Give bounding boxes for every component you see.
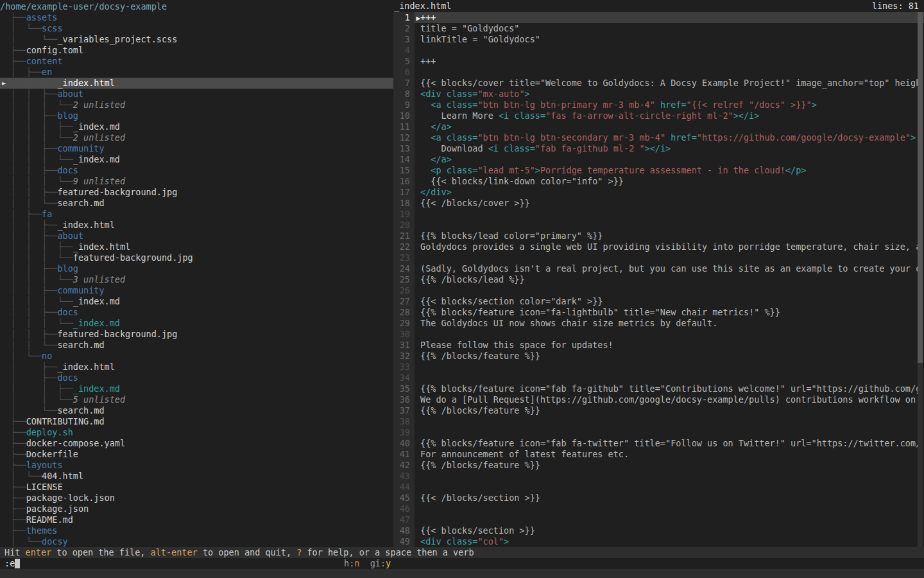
tree-row-file[interactable]: │ │ └──5 unlisted [0,394,393,405]
tree-row-directory[interactable]: │ ├──en [0,67,393,78]
code-line[interactable]: 12 <a class="btn btn-lg btn-secondary mr… [393,132,924,143]
code-line[interactable]: 35{{% blocks/feature icon="fab fa-github… [393,383,924,394]
command-input-line[interactable]: :e h:n gi:y [0,558,924,569]
tree-row-file[interactable]: │ │ │ ├──_index.html [0,241,393,252]
tree-row-file[interactable]: │ │ ├──_index.md [0,383,393,394]
code-line[interactable]: 17</div> [393,187,924,198]
tree-row-file[interactable]: │ │ └──search.md [0,198,393,209]
code-line[interactable]: 42{{% /blocks/feature %}} [393,460,924,471]
tree-row-directory[interactable]: ├──layouts [0,460,393,471]
code-line[interactable]: 5+++ [393,56,924,67]
code-line[interactable]: 21{{% blocks/lead color="primary" %}} [393,231,924,241]
tree-row-file[interactable]: │ │ │ └──2 unlisted [0,100,393,110]
tree-row-directory[interactable]: │ └──no [0,351,393,362]
code-line[interactable]: 8<div class="mx-auto"> [393,89,924,100]
code-line[interactable]: 43 [393,471,924,482]
code-line[interactable]: 28{{% blocks/feature icon="fa-lightbulb"… [393,307,924,318]
tree-row-directory[interactable]: │ │ ├──docs [0,165,393,176]
preview-scrollbar[interactable] [918,12,923,547]
tree-row-file[interactable]: ► │ │ ├──_index.html [0,78,393,89]
tree-row-directory[interactable]: │ │ ├──docs [0,307,393,318]
tree-row-directory[interactable]: │ └──scss [0,23,393,34]
command-prompt[interactable]: :e [4,558,20,569]
code-line[interactable]: 38 [393,416,924,427]
tree-row-directory[interactable]: │ │ ├──community [0,143,393,154]
tree-row-directory[interactable]: │ │ ├──about [0,89,393,100]
code-line[interactable]: 22Goldydocs provides a single web UI pro… [393,241,924,252]
code-line[interactable]: 7{{< blocks/cover title="Welcome to Gold… [393,78,924,89]
code-line[interactable]: 19 [393,209,924,220]
tree-row-file[interactable]: ├──README.md [0,514,393,525]
code-line[interactable]: 37{{% /blocks/feature %}} [393,405,924,416]
code-line[interactable]: 27{{< blocks/section color="dark" >}} [393,296,924,307]
code-line[interactable]: 26 [393,285,924,296]
code-line[interactable]: 31Please follow this space for updates! [393,340,924,351]
code-line[interactable]: 25{{% /blocks/lead %}} [393,274,924,285]
code-line[interactable]: 24(Sadly, Goldydocs isn't a real project… [393,263,924,274]
code-line[interactable]: 47 [393,514,924,525]
tree-row-directory[interactable]: │ │ ├──about [0,231,393,241]
tree-row-file[interactable]: │ │ │ └──featured-background.jpg [0,252,393,263]
code-line[interactable]: 29The Goldydocs UI now shows chair size … [393,318,924,329]
code-line[interactable]: 49<div class="col"> [393,536,924,547]
tree-row-file[interactable]: │ │ │ └──_index.md [0,296,393,307]
code-line[interactable]: 9 <a class="btn btn-lg btn-primary mr-3 … [393,100,924,110]
code-line[interactable]: 32{{% /blocks/feature %}} [393,351,924,362]
tree-row-directory[interactable]: ├──content [0,56,393,67]
tree-row-file[interactable]: ├──docker-compose.yaml [0,438,393,449]
tree-row-file[interactable]: │ │ │ └──_index.md [0,154,393,165]
code-line[interactable]: 6 [393,67,924,78]
code-line[interactable]: 2title = "Goldydocs" [393,23,924,34]
code-line[interactable]: 10 Learn More <i class="fas fa-arrow-alt… [393,110,924,121]
tree-row-directory[interactable]: │ ├──docs [0,372,393,383]
scrollbar-thumb[interactable] [918,12,923,363]
code-line[interactable]: 13 Download <i class="fab fa-github ml-2… [393,143,924,154]
code-line[interactable]: 16 {{< blocks/link-down color="info" >}} [393,176,924,187]
code-line[interactable]: 40{{% blocks/feature icon="fab fa-twitte… [393,438,924,449]
tree-row-file[interactable]: │ │ │ └──2 unlisted [0,132,393,143]
tree-row-file[interactable]: ├──CONTRIBUTING.md [0,416,393,427]
code-line[interactable]: 36We do a [Pull Request](https://github.… [393,394,924,405]
tree-row-file[interactable]: │ │ │ └──3 unlisted [0,274,393,285]
tree-row-file[interactable]: │ ├──_index.html [0,362,393,372]
tree-row-directory[interactable]: │ └──docsy [0,536,393,547]
code-line[interactable]: 33 [393,362,924,372]
code-line[interactable]: 4 [393,45,924,56]
code-line[interactable]: 34 [393,372,924,383]
code-line[interactable]: 46 [393,504,924,514]
tree-row-file[interactable]: ├──LICENSE [0,482,393,493]
tree-row-file[interactable]: ├──config.toml [0,45,393,56]
tree-row-file[interactable]: │ │ ├──featured-background.jpg [0,329,393,340]
tree-row-file[interactable]: │ │ │ ├──_index.md [0,121,393,132]
code-line[interactable]: 39 [393,427,924,438]
code-line[interactable]: 1▶+++ [393,12,924,23]
tree-row-file[interactable]: │ │ ├──featured-background.jpg [0,187,393,198]
tree-row-directory[interactable]: │ │ ├──community [0,285,393,296]
code-line[interactable]: 20 [393,220,924,231]
tree-row-directory[interactable]: │ │ ├──blog [0,110,393,121]
tree-row-file[interactable]: │ │ │ └──_index.md [0,318,393,329]
tree-row-file[interactable]: ├──Dockerfile [0,449,393,460]
code-line[interactable]: 45{{< /blocks/section >}} [393,493,924,504]
code-line[interactable]: 3linkTitle = "Goldydocs" [393,34,924,45]
tree-row-file[interactable]: ├──deploy.sh [0,427,393,438]
tree-row-file[interactable]: │ │ │ └──9 unlisted [0,176,393,187]
code-line[interactable]: 14 </a> [393,154,924,165]
code-line[interactable]: 11 </a> [393,121,924,132]
tree-row-file[interactable]: │ └──_variables_project.scss [0,34,393,45]
code-line[interactable]: 18{{< /blocks/cover >}} [393,198,924,209]
tree-row-directory[interactable]: │ │ ├──blog [0,263,393,274]
tree-row-file[interactable]: │ └──404.html [0,471,393,482]
code-line[interactable]: 30 [393,329,924,340]
code-line[interactable]: 41For announcement of latest features et… [393,449,924,460]
tree-row-file[interactable]: │ │ └──search.md [0,340,393,351]
tree-row-directory[interactable]: ├──themes [0,525,393,536]
tree-row-file[interactable]: ├──package-lock.json [0,493,393,504]
tree-row-file[interactable]: │ │ ├──_index.html [0,220,393,231]
code-line[interactable]: 48{{< blocks/section >}} [393,525,924,536]
code-line[interactable]: 44 [393,482,924,493]
tree-row-file[interactable]: │ └──search.md [0,405,393,416]
tree-row-directory[interactable]: ├──assets [0,12,393,23]
tree-row-directory[interactable]: │ ├──fa [0,209,393,220]
code-line[interactable]: 23 [393,252,924,263]
